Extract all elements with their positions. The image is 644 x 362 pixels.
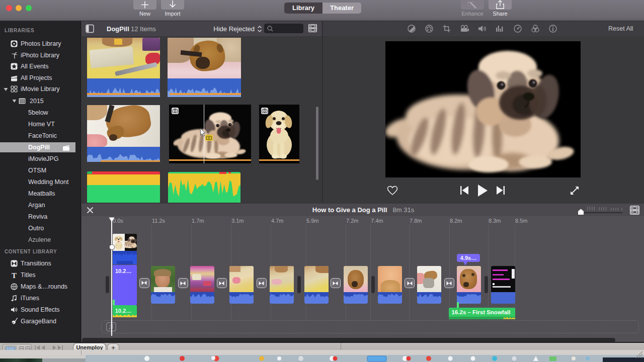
svg-text:T: T [12, 272, 17, 279]
